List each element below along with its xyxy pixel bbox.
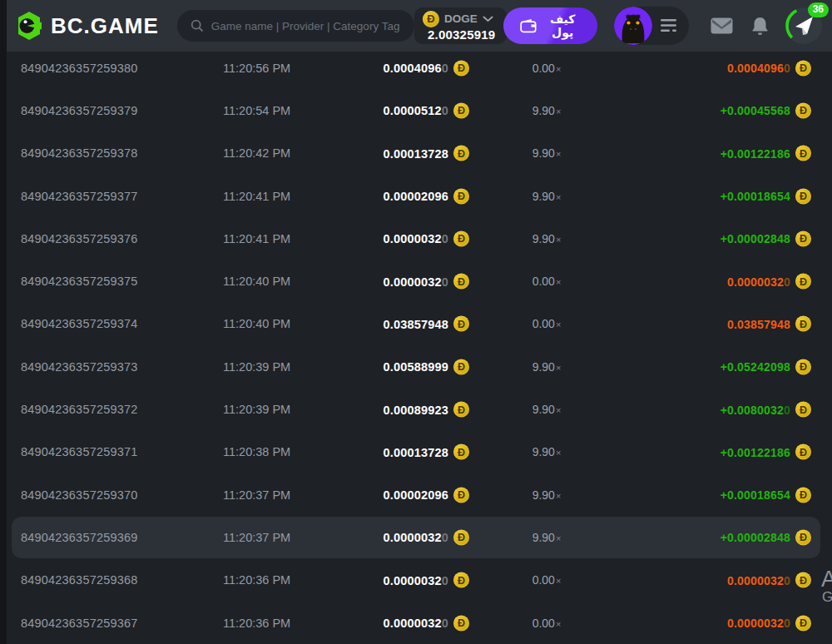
avatar[interactable] (614, 7, 652, 45)
bet-time: 11:20:56 PM (223, 62, 290, 75)
bet-time: 11:20:54 PM (223, 104, 290, 117)
messages-button[interactable] (711, 17, 733, 34)
header-right-group: Ð DOGE 2.00325919 کیف پول (414, 7, 822, 45)
doge-coin-icon: Ð (453, 146, 469, 161)
bet-time: 11:20:41 PM (223, 232, 290, 245)
bet-time: 11:20:36 PM (223, 617, 290, 630)
bet-payout-cell: +0.00002848 Ð (721, 230, 811, 246)
bet-time: 11:20:39 PM (223, 403, 290, 416)
doge-coin-icon: Ð (453, 359, 469, 374)
wallet-button[interactable]: کیف پول (503, 7, 597, 44)
bet-amount-cell: 0.00002096 Ð (383, 188, 469, 204)
bet-id: 84904236357259375 (21, 275, 138, 288)
bet-payout-cell: +0.05242098 Ð (721, 359, 811, 374)
bet-row[interactable]: 84904236357259374 11:20:40 PM 0.03857948… (7, 303, 832, 345)
bet-id: 84904236357259371 (21, 445, 138, 458)
bet-payout: 0.00000320 (727, 573, 790, 587)
account-menu-icon[interactable] (661, 19, 677, 32)
bet-row[interactable]: 84904236357259375 11:20:40 PM 0.00000320… (7, 260, 832, 302)
bet-time: 11:20:42 PM (223, 146, 290, 160)
wallet-button-label: کیف پول (544, 12, 581, 39)
bet-id: 84904236357259369 (21, 531, 138, 544)
bet-amount: 0.00002096 (383, 190, 448, 203)
notifications-button[interactable] (751, 17, 769, 36)
bet-payout-cell: 0.00040960 Ð (727, 60, 811, 76)
bet-payout: +0.00002848 (721, 232, 790, 245)
bet-id: 84904236357259377 (21, 190, 138, 203)
doge-coin-icon: Ð (795, 230, 811, 246)
bet-amount-cell: 0.00588999 Ð (383, 359, 469, 374)
bet-payout: +0.05242098 (721, 360, 790, 374)
bet-payout-cell: 0.03857948 Ð (727, 316, 811, 332)
bet-amount: 0.00000320 (383, 617, 448, 630)
balance-amount: 2.00325919 (428, 27, 495, 42)
search-input[interactable] (211, 20, 401, 32)
bet-multiplier: 0.00× (505, 617, 588, 630)
doge-coin-icon: Ð (453, 188, 469, 204)
bet-id: 84904236357259373 (21, 360, 138, 374)
bet-row[interactable]: 84904236357259379 11:20:54 PM 0.00005120… (7, 89, 832, 131)
bet-time: 11:20:41 PM (223, 190, 290, 203)
bet-row[interactable]: 84904236357259370 11:20:37 PM 0.00002096… (7, 473, 832, 516)
bet-amount-cell: 0.00000320 Ð (383, 230, 469, 246)
doge-coin-icon: Ð (795, 359, 811, 374)
bet-id: 84904236357259374 (21, 317, 138, 330)
bet-payout: 0.00040960 (727, 62, 790, 75)
bet-amount: 0.00000320 (383, 232, 448, 245)
bet-row[interactable]: 84904236357259371 11:20:38 PM 0.00013728… (7, 431, 832, 473)
bet-amount-cell: 0.03857948 Ð (383, 316, 469, 332)
bet-amount: 0.00089923 (383, 403, 448, 416)
bet-row[interactable]: 84904236357259369 11:20:37 PM 0.00000320… (7, 516, 832, 558)
bet-id: 84904236357259370 (21, 488, 138, 502)
bet-row[interactable]: 84904236357259368 11:20:36 PM 0.00000320… (7, 559, 832, 602)
bet-time: 11:20:37 PM (223, 488, 290, 502)
bcgame-logo-icon (15, 11, 43, 41)
bet-multiplier: 9.90× (505, 360, 588, 374)
bcgame-logo[interactable]: BC.GAME (15, 11, 159, 41)
bet-time: 11:20:38 PM (223, 445, 290, 458)
bet-payout: 0.03857948 (727, 317, 790, 330)
bet-amount: 0.00588999 (383, 360, 448, 374)
bet-payout-cell: +0.00018654 Ð (721, 487, 811, 503)
bets-table: 84904236357259380 11:20:56 PM 0.00040960… (7, 47, 832, 644)
bet-payout-cell: +0.00018654 Ð (721, 188, 811, 204)
bet-payout-cell: 0.00000320 Ð (727, 274, 811, 290)
bet-row[interactable]: 84904236357259372 11:20:39 PM 0.00089923… (7, 388, 832, 430)
chevron-down-icon (483, 16, 493, 22)
game-search-bar[interactable] (177, 10, 414, 42)
bet-amount-cell: 0.00005120 Ð (383, 102, 469, 118)
doge-coin-icon: Ð (795, 274, 811, 290)
bet-amount-cell: 0.00000320 Ð (383, 529, 469, 545)
bet-id: 84904236357259376 (21, 232, 138, 245)
bet-multiplier: 9.90× (505, 403, 588, 416)
bet-multiplier: 9.90× (505, 190, 588, 203)
doge-coin-icon: Ð (795, 529, 811, 545)
profile-menu[interactable] (614, 7, 689, 45)
bet-row[interactable]: 84904236357259376 11:20:41 PM 0.00000320… (7, 217, 832, 260)
doge-coin-icon: Ð (795, 402, 811, 418)
doge-coin-icon: Ð (795, 316, 811, 332)
bet-payout: 0.00000320 (727, 617, 790, 630)
bet-row[interactable]: 84904236357259367 11:20:36 PM 0.00000320… (7, 602, 832, 644)
doge-coin-icon: Ð (795, 146, 811, 161)
bet-payout-cell: +0.00045568 Ð (721, 102, 811, 118)
bet-payout: +0.00122186 (721, 445, 790, 458)
bet-row[interactable]: 84904236357259380 11:20:56 PM 0.00040960… (7, 47, 832, 89)
bet-amount-cell: 0.00013728 Ð (383, 146, 469, 161)
bet-amount-cell: 0.00000320 Ð (383, 274, 469, 290)
bet-row[interactable]: 84904236357259373 11:20:39 PM 0.00588999… (7, 345, 832, 388)
bet-id: 84904236357259368 (21, 573, 138, 587)
bet-amount: 0.00013728 (383, 445, 448, 458)
bet-row[interactable]: 84904236357259378 11:20:42 PM 0.00013728… (7, 132, 832, 175)
bet-amount-cell: 0.00040960 Ð (383, 60, 469, 76)
balance-selector[interactable]: Ð DOGE 2.00325919 (414, 7, 507, 44)
bet-amount-cell: 0.00000320 Ð (383, 572, 469, 588)
chat-button[interactable]: 36 (785, 7, 822, 44)
wallet-icon (520, 19, 537, 33)
doge-coin-icon: Ð (453, 102, 469, 118)
doge-coin-icon: Ð (795, 572, 811, 588)
bet-row[interactable]: 84904236357259377 11:20:41 PM 0.00002096… (7, 175, 832, 217)
bet-amount-cell: 0.00089923 Ð (383, 402, 469, 418)
doge-coin-icon: Ð (795, 615, 811, 631)
doge-coin-icon: Ð (453, 444, 469, 460)
